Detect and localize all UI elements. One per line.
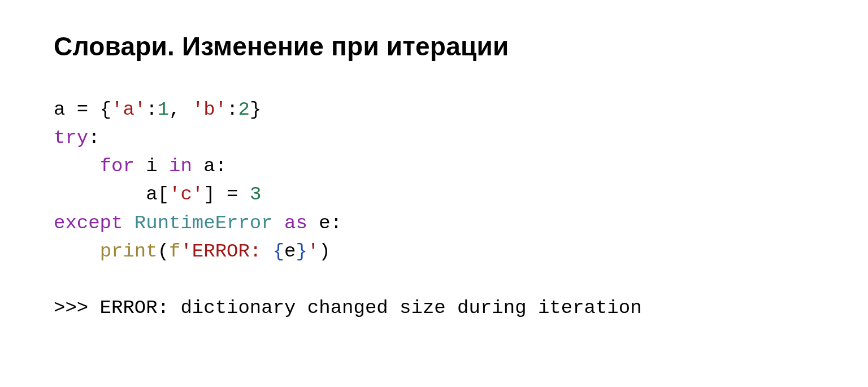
code-token: a: — [192, 155, 227, 177]
code-token: : — [227, 99, 238, 120]
code-token: 'ERROR: — [180, 241, 272, 262]
code-token: except — [54, 212, 123, 234]
slide-title: Словари. Изменение при итерации — [54, 31, 814, 62]
code-line-2: try: — [54, 127, 100, 149]
code-line-5: except RuntimeError as e: — [54, 212, 342, 234]
output-line: >>> ERROR: dictionary changed size durin… — [54, 294, 814, 322]
code-token: ' — [307, 241, 319, 262]
code-token: 'b' — [192, 99, 227, 120]
code-token: i — [134, 155, 169, 177]
code-token: try — [54, 127, 88, 149]
code-token — [273, 212, 284, 234]
code-line-6: print(f'ERROR: {e}') — [54, 241, 331, 262]
code-token: RuntimeError — [134, 212, 273, 234]
code-token: 1 — [158, 99, 169, 120]
code-token: , — [169, 99, 192, 120]
code-token: for — [100, 155, 134, 177]
code-line-4: a['c'] = 3 — [54, 184, 261, 205]
code-token: } — [250, 99, 261, 120]
code-token: 2 — [238, 99, 250, 120]
code-token: : — [88, 127, 99, 149]
code-line-3: for i in a: — [54, 155, 227, 177]
code-token: a = { — [54, 99, 111, 120]
code-token: ] = — [203, 184, 250, 205]
code-token: : — [146, 99, 157, 120]
code-token: print — [100, 241, 158, 262]
code-token — [123, 212, 134, 234]
code-token: e — [284, 241, 296, 262]
code-token: e: — [307, 212, 342, 234]
slide: Словари. Изменение при итерации a = {'a'… — [0, 0, 868, 322]
code-token: ( — [158, 241, 169, 262]
code-token: a[ — [146, 184, 169, 205]
code-token: as — [284, 212, 307, 234]
code-token: } — [296, 241, 307, 262]
code-line-1: a = {'a':1, 'b':2} — [54, 99, 261, 120]
code-token: 3 — [250, 184, 261, 205]
code-token: { — [273, 241, 284, 262]
code-token: in — [169, 155, 192, 177]
code-block: a = {'a':1, 'b':2} try: for i in a: a['c… — [54, 95, 814, 266]
code-token: ) — [319, 241, 330, 262]
code-token: f — [169, 241, 180, 262]
code-token: 'c' — [169, 184, 203, 205]
code-token: 'a' — [111, 99, 146, 120]
